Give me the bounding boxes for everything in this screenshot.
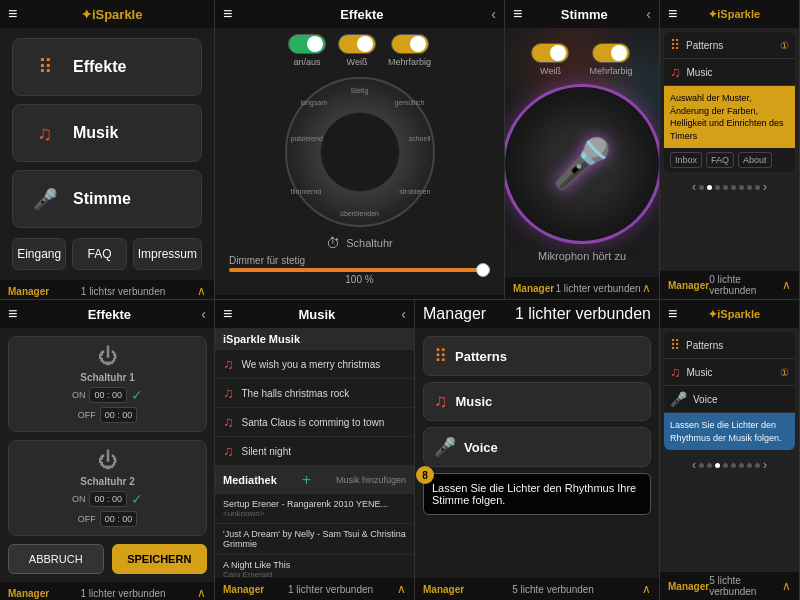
dimmer-slider[interactable] [229, 268, 490, 272]
add-musik-button[interactable]: + [302, 471, 311, 489]
toggle-weiss-switch[interactable] [338, 34, 376, 54]
dial-label-strobieren: strobieren [399, 188, 430, 195]
menu-icon[interactable]: ≡ [8, 5, 17, 23]
music-icon: ♫ [670, 64, 681, 80]
back-chevron-icon[interactable]: ‹ [201, 306, 206, 322]
menu-icon[interactable]: ≡ [668, 305, 677, 323]
b4-voice[interactable]: 🎤 Voice [664, 386, 795, 413]
song-4[interactable]: ♫ Silent night [215, 437, 414, 466]
on-time-1[interactable]: 00 : 00 [89, 387, 127, 403]
off-time-2[interactable]: 00 : 00 [100, 511, 138, 527]
stimme-button[interactable]: 🎤 Stimme [12, 170, 202, 228]
b4-prev-arrow[interactable]: ‹ [692, 458, 696, 472]
schaltuhr-header: ≡ Effekte ‹ [0, 300, 214, 328]
chevron-up-icon[interactable]: ∧ [782, 278, 791, 292]
menu-icon[interactable]: ≡ [668, 5, 677, 23]
menu-icon[interactable]: ≡ [8, 305, 17, 323]
toggle-mehrfarbig-switch[interactable] [391, 34, 429, 54]
song-title-3: Santa Claus is comming to town [242, 417, 385, 428]
connected-label: 1 lichtsr verbunden [81, 286, 166, 297]
dot-2[interactable] [707, 185, 712, 190]
library-item-2[interactable]: 'Just A Dream' by Nelly - Sam Tsui & Chr… [215, 524, 414, 555]
off-label-1: OFF [78, 410, 96, 420]
abbruch-button[interactable]: ABBRUCH [8, 544, 104, 574]
b4-dot-7[interactable] [747, 463, 752, 468]
eingang-button[interactable]: Eingang [12, 238, 66, 270]
dot-5[interactable] [731, 185, 736, 190]
toggle-anaus-switch[interactable] [288, 34, 326, 54]
mediathek-header: Mediathek + Musik hinzufügen [215, 466, 414, 494]
song-title-1: We wish you a merry christmas [242, 359, 381, 370]
effekte-button[interactable]: ⠿ Effekte [12, 38, 202, 96]
library-item-3[interactable]: A Night Like This Caro Emerald [215, 555, 414, 578]
b4-music[interactable]: ♫ Music ① [664, 359, 795, 386]
connected-label: 5 lichte verbunden [512, 584, 594, 595]
song-1[interactable]: ♫ We wish you a merry christmas [215, 350, 414, 379]
on-time-2[interactable]: 00 : 00 [89, 491, 127, 507]
b4-dot-4[interactable] [723, 463, 728, 468]
impressum-button[interactable]: Impressum [133, 238, 202, 270]
b4-dot-2[interactable] [707, 463, 712, 468]
song-3[interactable]: ♫ Santa Claus is comming to town [215, 408, 414, 437]
chevron-up-icon[interactable]: ∧ [642, 281, 651, 295]
bottom-nav-buttons: Eingang FAQ Impressum [0, 238, 214, 280]
song-2[interactable]: ♫ The halls christmas rock [215, 379, 414, 408]
musik-button[interactable]: ♫ Musik [12, 104, 202, 162]
library-item-1[interactable]: Sertup Erener - Rangarenk 2010 YENE... <… [215, 494, 414, 524]
dot-8[interactable] [755, 185, 760, 190]
b4-dot-6[interactable] [739, 463, 744, 468]
dot-6[interactable] [739, 185, 744, 190]
toggle-anaus: an/aus [288, 34, 326, 67]
b4-dot-5[interactable] [731, 463, 736, 468]
b4-dot-1[interactable] [699, 463, 704, 468]
off-time-1[interactable]: 00 : 00 [100, 407, 138, 423]
dot-1[interactable] [699, 185, 704, 190]
schaltuhr-1-label: Schaltuhr 1 [80, 372, 134, 383]
b4-next-arrow[interactable]: › [763, 458, 767, 472]
faq-link[interactable]: FAQ [706, 152, 734, 168]
menu-icon[interactable]: ≡ [223, 305, 232, 323]
next-arrow[interactable]: › [763, 180, 767, 194]
right-panel-content: ⠿ Patterns ① ♫ Music Auswahl der Muster,… [660, 28, 799, 271]
dot-3[interactable] [715, 185, 720, 190]
chevron-up-icon[interactable]: ∧ [197, 284, 206, 298]
toggle-mehrfarbig2-switch[interactable] [592, 43, 630, 63]
voice-feature-btn[interactable]: 🎤 Voice [423, 427, 651, 467]
b4-header: ≡ ✦iSparkle [660, 300, 799, 328]
dot-4[interactable] [723, 185, 728, 190]
back-chevron-icon[interactable]: ‹ [491, 6, 496, 22]
toggle-weiss2-switch[interactable] [531, 43, 569, 63]
effect-dial[interactable]: Stetig langsam gemütlich pulsierend schn… [285, 77, 435, 227]
about-link[interactable]: About [738, 152, 772, 168]
b4-dot-3[interactable] [715, 463, 720, 468]
speichern-button[interactable]: SPEICHERN [112, 544, 208, 574]
library-sub-3: Caro Emerald [223, 570, 406, 578]
faq-button[interactable]: FAQ [72, 238, 126, 270]
connected-label: 0 lichte verbunden [709, 274, 782, 296]
chevron-up-icon[interactable]: ∧ [397, 582, 406, 596]
music-feature-btn[interactable]: ♫ Music [423, 382, 651, 421]
back-chevron-icon[interactable]: ‹ [646, 6, 651, 22]
chevron-up-icon[interactable]: ∧ [642, 582, 651, 596]
tutorial-patterns[interactable]: ⠿ Patterns ① [664, 32, 795, 59]
song-icon-2: ♫ [223, 385, 234, 401]
prev-arrow[interactable]: ‹ [692, 180, 696, 194]
panel-stimme: ≡ Stimme ‹ Weiß Mehrfarbig [505, 0, 660, 299]
patterns-feature-btn[interactable]: ⠿ Patterns [423, 336, 651, 376]
inbox-link[interactable]: Inbox [670, 152, 702, 168]
dot-7[interactable] [747, 185, 752, 190]
menu-icon[interactable]: ≡ [513, 5, 522, 23]
menu-icon[interactable]: ≡ [223, 5, 232, 23]
music-feature-label: Music [456, 394, 493, 409]
back-chevron-icon[interactable]: ‹ [401, 306, 406, 322]
musik-title: Musik [298, 307, 335, 322]
b4-patterns[interactable]: ⠿ Patterns [664, 332, 795, 359]
tutorial-music[interactable]: ♫ Music [664, 59, 795, 86]
chevron-up-icon[interactable]: ∧ [197, 586, 206, 600]
b4-voice-icon: 🎤 [670, 391, 687, 407]
dial-label-pulsierend: pulsierend [291, 135, 323, 142]
mic-dial[interactable]: 🎤 [505, 84, 660, 244]
chevron-up-icon[interactable]: ∧ [782, 579, 791, 593]
patterns-label: Patterns [686, 40, 723, 51]
b4-dot-8[interactable] [755, 463, 760, 468]
